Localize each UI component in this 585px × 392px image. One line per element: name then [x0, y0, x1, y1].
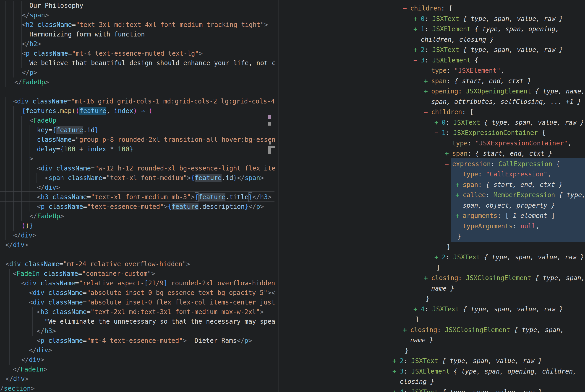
code-line[interactable]: <FadeIn className="container-custom">	[13, 269, 155, 278]
ast-line[interactable]: +callee: MemberExpression { type,	[455, 190, 585, 200]
code-line[interactable]: </span>	[22, 10, 49, 20]
ast-line[interactable]: }	[426, 294, 430, 304]
expand-toggle-icon[interactable]: +	[413, 45, 421, 55]
expand-toggle-icon[interactable]: +	[424, 86, 431, 96]
code-line[interactable]: Harmonizing form with function	[30, 30, 145, 39]
ast-line[interactable]: +2: JSXText { type, span, value, raw }	[434, 252, 584, 262]
code-line[interactable]: /section>	[0, 384, 35, 392]
code-line[interactable]: </FadeUp>	[30, 212, 64, 221]
code-line[interactable]: </FadeIn>	[13, 365, 48, 374]
collapse-toggle-icon[interactable]: −	[445, 159, 452, 169]
code-line[interactable]: <span className="text-xl font-medium">{f…	[45, 173, 264, 183]
ast-line[interactable]: +closing: JSXClosingElement { type, span…	[424, 273, 585, 283]
code-line[interactable]: <h2 className="text-3xl md:text-4xl font…	[22, 20, 268, 30]
ast-line[interactable]: }	[405, 346, 409, 356]
ast-line[interactable]: closing }	[400, 376, 434, 387]
ast-line[interactable]: span, attributes, selfClosing, ... +1 }	[431, 97, 581, 107]
expand-toggle-icon[interactable]: +	[445, 148, 452, 158]
expand-toggle-icon[interactable]: +	[392, 387, 400, 392]
code-line[interactable]: <div className="w-12 h-12 rounded-xl bg-…	[37, 164, 275, 173]
ast-line[interactable]: children, closing }	[421, 34, 494, 45]
code-editor-pane[interactable]: Our Philosophy</span><h2 className="text…	[0, 0, 275, 392]
ast-line[interactable]: +2: JSXText { type, span, value, raw }	[392, 356, 542, 366]
expand-toggle-icon[interactable]: +	[455, 190, 463, 200]
collapse-toggle-icon[interactable]: −	[403, 3, 410, 14]
ast-line[interactable]: +1: JSXElement { type, span, opening,	[413, 24, 559, 34]
collapse-toggle-icon[interactable]: −	[424, 107, 431, 117]
ast-line[interactable]: name }	[410, 335, 433, 345]
ast-line[interactable]: −3: JSXElement {	[413, 55, 478, 66]
code-line[interactable]: </div>	[13, 231, 36, 240]
code-line[interactable]: ))}	[22, 221, 33, 231]
ast-line[interactable]: ]	[415, 314, 419, 324]
ast-line[interactable]: −children: [	[424, 107, 473, 117]
code-line[interactable]: "We eliminate the unnecessary so that th…	[45, 317, 275, 326]
ast-line[interactable]: type: "CallExpression",	[463, 169, 551, 179]
code-line[interactable]: </div>	[29, 346, 52, 355]
code-line[interactable]: We believe that beautiful design should …	[30, 58, 275, 68]
collapse-toggle-icon[interactable]: −	[413, 55, 421, 66]
expand-toggle-icon[interactable]: +	[434, 252, 442, 262]
ast-line[interactable]: type: "JSXElement",	[431, 66, 504, 76]
code-line[interactable]: </h3>	[37, 326, 56, 336]
ast-line[interactable]: +4: JSXText { type, span, value, raw }	[392, 387, 542, 392]
ast-line[interactable]: typeArguments: null,	[463, 221, 540, 231]
ast-line[interactable]: ]	[436, 262, 440, 273]
code-line[interactable]: <div className="absolute inset-0 flex fl…	[29, 298, 275, 307]
code-line[interactable]: <p className="text-essence-muted">{featu…	[37, 202, 264, 212]
expand-toggle-icon[interactable]: +	[455, 210, 463, 221]
collapse-toggle-icon[interactable]: −	[434, 128, 442, 138]
ast-line[interactable]: +opening: JSXOpeningElement { type, name…	[424, 86, 585, 96]
code-line[interactable]: key={feature.id}	[37, 125, 99, 135]
code-line[interactable]: Our Philosophy	[30, 1, 83, 10]
expand-toggle-icon[interactable]: +	[403, 325, 410, 335]
ast-line[interactable]: +span: { start, end, ctxt }	[424, 76, 531, 86]
expand-toggle-icon[interactable]: +	[413, 24, 421, 34]
ast-line[interactable]: +0: JSXText { type, span, value, raw }	[413, 14, 563, 24]
code-line[interactable]: className="group p-8 rounded-2xl transit…	[37, 135, 275, 144]
ast-line[interactable]: +arguments: [ 1 element ]	[455, 210, 555, 221]
code-line[interactable]: </div>	[5, 240, 28, 250]
code-line[interactable]: <div className="absolute inset-0 bg-esse…	[29, 288, 275, 298]
code-line[interactable]: <FadeUp	[30, 116, 56, 125]
expand-toggle-icon[interactable]: +	[392, 366, 400, 376]
code-line[interactable]: </div>	[6, 374, 29, 384]
code-line[interactable]: </div>	[21, 355, 44, 365]
code-line[interactable]: <div className="relative aspect-[21/9] r…	[21, 278, 275, 288]
ast-line[interactable]: +3: JSXElement { type, span, opening, ch…	[392, 366, 576, 376]
expand-toggle-icon[interactable]: +	[434, 117, 442, 128]
code-line[interactable]: <p className="mt-4 text-essence-muted te…	[22, 49, 203, 58]
code-line[interactable]: <h3 className="text-xl font-medium mb-3"…	[37, 192, 271, 202]
ast-line[interactable]: span, object, property }	[463, 200, 555, 210]
code-line[interactable]: <div className="mt-24 relative overflow-…	[6, 259, 190, 269]
ast-line[interactable]: −1: JSXExpressionContainer {	[434, 128, 545, 138]
ast-line[interactable]: −expression: CallExpression {	[445, 159, 560, 169]
ast-line[interactable]: +closing: JSXClosingElement { type, span…	[403, 325, 564, 335]
code-line[interactable]: >	[30, 154, 33, 164]
ast-tree-pane[interactable]: −children: [+0: JSXText { type, span, va…	[275, 0, 585, 392]
ast-line[interactable]: +2: JSXText { type, span, value, raw }	[413, 45, 563, 55]
code-line[interactable]: </p>	[22, 68, 37, 78]
ast-line[interactable]: +span: { start, end, ctxt }	[455, 180, 563, 190]
ast-line[interactable]: +4: JSXText { type, span, value, raw }	[413, 304, 563, 314]
code-line[interactable]: <p className="mt-4 text-essence-muted">—…	[37, 336, 252, 346]
code-line[interactable]: <div className="mt-16 grid grid-cols-1 m…	[13, 97, 275, 106]
code-line[interactable]: {features.map((feature, index) ⇒ (	[22, 106, 152, 116]
ast-line[interactable]: name }	[431, 283, 454, 294]
ast-line[interactable]: −children: [	[403, 3, 452, 14]
expand-toggle-icon[interactable]: +	[455, 180, 463, 190]
code-line[interactable]: </FadeUp>	[14, 78, 49, 87]
expand-toggle-icon[interactable]: +	[424, 273, 431, 283]
ast-line[interactable]: }	[457, 231, 461, 242]
code-line[interactable]: </div>	[37, 183, 60, 192]
code-line[interactable]: <h3 className="text-2xl md:text-3xl font…	[37, 307, 264, 317]
expand-toggle-icon[interactable]: +	[392, 356, 400, 366]
expand-toggle-icon[interactable]: +	[413, 14, 421, 24]
ast-line[interactable]: +span: { start, end, ctxt }	[445, 148, 552, 158]
expand-toggle-icon[interactable]: +	[413, 304, 421, 314]
code-line[interactable]: delay={100 + index * 100}	[37, 144, 133, 154]
code-line[interactable]: </h2>	[22, 39, 41, 49]
ast-line[interactable]: type: "JSXExpressionContainer",	[452, 138, 571, 148]
expand-toggle-icon[interactable]: +	[424, 76, 431, 86]
ast-line[interactable]: }	[447, 242, 451, 252]
